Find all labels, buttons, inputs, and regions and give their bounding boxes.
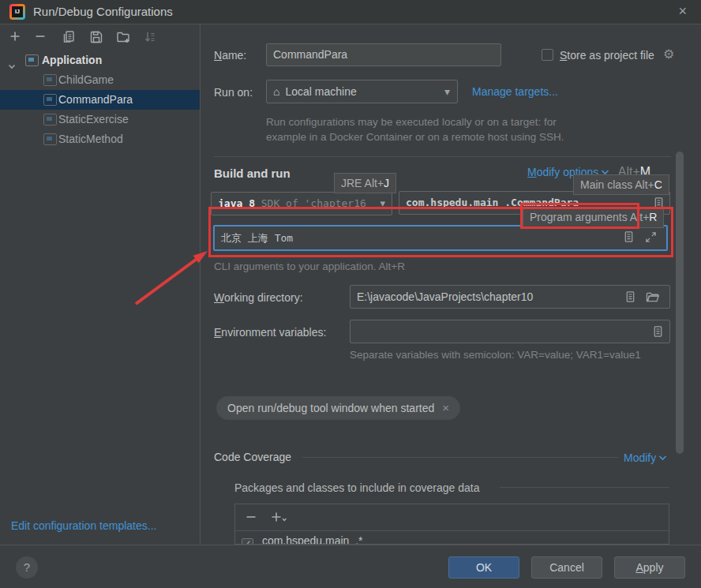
name-input[interactable]: CommandPara	[266, 43, 501, 66]
jre-hint-label: JRE	[341, 177, 362, 189]
save-configuration-icon[interactable]	[89, 30, 103, 44]
application-type-icon	[43, 133, 57, 145]
sidebar-item-application[interactable]: Application	[0, 51, 200, 70]
jre-hint-tooltip: JRE Alt+J	[334, 173, 396, 193]
title-bar: IJ Run/Debug Configurations ×	[0, 0, 701, 24]
run-on-help-line1: Run configurations may be executed local…	[266, 116, 557, 128]
section-separator	[214, 156, 671, 157]
code-coverage-separator	[302, 457, 618, 458]
program-arguments-hint-shortcut-prefix: Alt+	[630, 211, 650, 223]
environment-variables-input[interactable]	[350, 320, 670, 343]
dialog-footer: ? OK Cancel Apply	[0, 545, 701, 588]
jre-value-secondary: SDK of 'chapter16	[261, 197, 366, 209]
cli-arguments-help: CLI arguments to your application. Alt+R	[214, 260, 405, 272]
coverage-pattern-row[interactable]: ✓ com.hspedu.main_.*	[235, 531, 669, 545]
program-arguments-input[interactable]: 北京 上海 Tom	[213, 225, 668, 251]
code-coverage-header: Code Coverage	[214, 451, 291, 463]
sidebar-item-childgame[interactable]: ChildGame	[0, 70, 200, 90]
intellij-logo-icon: IJ	[9, 4, 25, 20]
application-type-icon	[43, 74, 57, 86]
tree-item-label: CommandPara	[58, 90, 133, 110]
close-icon[interactable]: ×	[678, 0, 687, 24]
run-on-help-line2: example in a Docker Container or on a re…	[266, 131, 564, 143]
add-pattern-icon[interactable]	[270, 511, 287, 526]
coverage-pattern-label: com.hspedu.main_.*	[262, 534, 363, 545]
tree-item-label: Application	[42, 51, 102, 70]
build-and-run-header: Build and run	[214, 167, 291, 180]
program-arguments-editor-icon[interactable]	[623, 230, 635, 243]
apply-button[interactable]: Apply	[614, 556, 685, 579]
gear-icon[interactable]: ⚙	[663, 47, 674, 62]
packages-separator	[500, 487, 669, 488]
remove-pattern-icon[interactable]	[245, 511, 257, 526]
remove-configuration-icon[interactable]	[34, 30, 48, 44]
dropdown-caret-icon: ▾	[380, 193, 385, 215]
sidebar-item-staticmethod[interactable]: StaticMethod	[0, 129, 200, 149]
tree-item-label: ChildGame	[58, 70, 114, 90]
open-run-debug-tool-window-chip[interactable]: Open run/debug tool window when started×	[216, 396, 460, 420]
run-debug-configurations-dialog: IJ Run/Debug Configurations ×	[0, 0, 701, 588]
coverage-packages-panel: ✓ com.hspedu.main_.*	[234, 504, 669, 545]
run-on-value: Local machine	[285, 85, 356, 98]
configurations-sidebar: Application ChildGame CommandPara Static…	[0, 24, 201, 545]
coverage-panel-toolbar	[235, 504, 669, 531]
sidebar-item-staticexercise[interactable]: StaticExercise	[0, 110, 200, 129]
main-class-hint-shortcut-key: C	[654, 178, 662, 191]
packages-to-include-header: Packages and classes to include in cover…	[234, 481, 480, 494]
run-on-select[interactable]: ⌂Local machine ▾	[266, 80, 458, 103]
main-class-hint-label: Main class	[580, 178, 632, 191]
coverage-modify-link[interactable]: Modify	[624, 450, 667, 465]
pattern-checkbox[interactable]: ✓	[242, 538, 253, 545]
chevron-down-icon	[658, 450, 667, 464]
dropdown-caret-icon: ▾	[444, 81, 450, 103]
main-class-hint-shortcut-prefix: Alt+	[635, 178, 654, 191]
scrollbar-thumb[interactable]	[676, 152, 684, 454]
tree-item-label: StaticExercise	[58, 110, 129, 129]
cancel-button[interactable]: Cancel	[531, 556, 602, 579]
jre-hint-shortcut-key: J	[384, 177, 389, 189]
program-arguments-hint-shortcut-key: R	[649, 211, 657, 223]
environment-variables-help: Separate variables with semicolon: VAR=v…	[350, 349, 641, 361]
environment-variables-label: Environment variables:	[214, 326, 326, 339]
environment-variables-editor-icon[interactable]	[652, 325, 664, 338]
remove-option-icon[interactable]: ×	[442, 401, 449, 414]
jre-hint-shortcut-prefix: Alt+	[365, 177, 384, 189]
copy-configuration-icon[interactable]	[62, 30, 76, 44]
sort-alphabetically-icon[interactable]	[143, 30, 157, 44]
expand-field-icon[interactable]	[645, 231, 657, 243]
application-type-icon	[43, 94, 57, 106]
store-as-project-file-checkbox[interactable]	[542, 49, 553, 61]
main-class-hint-tooltip: Main class Alt+C	[573, 174, 669, 195]
dialog-title: Run/Debug Configurations	[33, 0, 173, 24]
ok-button[interactable]: OK	[448, 556, 519, 579]
browse-folder-icon[interactable]	[646, 291, 659, 303]
manage-targets-link[interactable]: Manage targets...	[472, 85, 558, 98]
home-icon: ⌂	[273, 85, 279, 98]
jre-value-primary: java 8	[218, 197, 255, 209]
run-on-label: Run on:	[214, 86, 253, 99]
help-button[interactable]: ?	[16, 556, 38, 579]
new-folder-icon[interactable]	[116, 30, 130, 44]
tree-item-label: StaticMethod	[58, 129, 123, 149]
name-label: Name:	[214, 49, 246, 62]
working-directory-input[interactable]: E:\javacode\JavaProjects\chapter10	[350, 285, 670, 309]
store-as-project-file-label: Store as project file	[560, 49, 654, 62]
working-directory-editor-icon[interactable]	[624, 290, 636, 303]
add-configuration-icon[interactable]	[9, 30, 23, 44]
sidebar-toolbar	[0, 24, 200, 49]
working-directory-label: Working directory:	[214, 291, 303, 304]
coverage-modify-label: Modify	[624, 451, 656, 464]
chip-label: Open run/debug tool window when started	[227, 402, 434, 414]
program-arguments-hint-tooltip: Program arguments Alt+R	[523, 207, 664, 228]
application-type-icon	[43, 114, 57, 125]
application-type-icon	[25, 54, 39, 66]
intellij-logo-text: IJ	[12, 6, 23, 17]
edit-configuration-templates-link[interactable]: Edit configuration templates...	[11, 519, 156, 532]
jre-select[interactable]: java 8 SDK of 'chapter16 ▾	[211, 192, 392, 215]
program-arguments-hint-label: Program arguments	[530, 211, 628, 223]
sidebar-item-commandpara[interactable]: CommandPara	[0, 90, 200, 110]
